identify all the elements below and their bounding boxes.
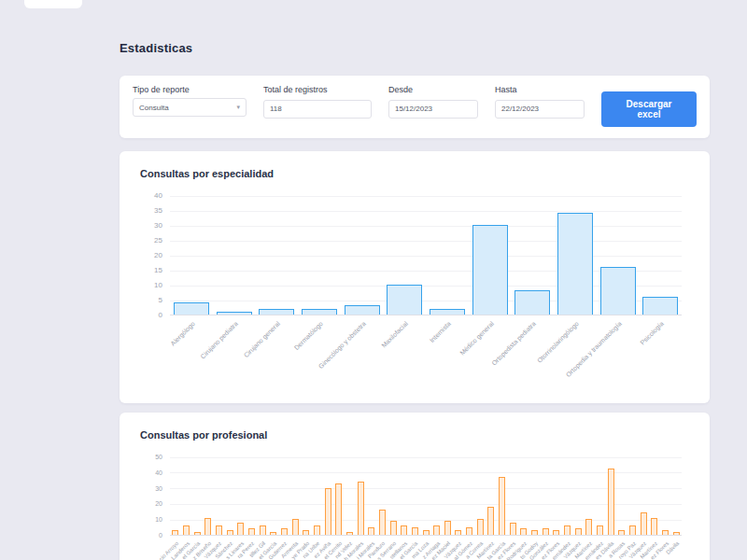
bar <box>531 530 538 535</box>
bar <box>260 525 266 535</box>
y-axis-tick-label: 15 <box>138 267 162 274</box>
bar <box>564 525 571 535</box>
especialidad-plot-area <box>170 196 682 315</box>
bar <box>673 532 680 535</box>
bar <box>455 530 461 535</box>
bar <box>412 527 418 535</box>
especialidad-bar-chart: 0510152025303540 AlergólogoCirujano pedi… <box>138 196 691 394</box>
profesional-plot-area <box>170 457 682 536</box>
bar <box>237 523 244 535</box>
profesional-bar-chart: 01020304050 cio ArroyoLanderosel Garcíaz… <box>138 457 691 560</box>
report-filters-card: Tipo de reporte Consulta ▾ Total de regi… <box>120 76 710 138</box>
bar <box>423 530 430 535</box>
consultas-por-especialidad-card: Consultas por especialidad 0510152025303… <box>120 151 710 403</box>
bar <box>543 528 549 535</box>
hasta-date-input[interactable] <box>495 100 585 119</box>
bar <box>227 530 233 535</box>
bar <box>379 510 386 535</box>
gridline <box>170 226 682 227</box>
bar <box>520 528 527 535</box>
bar <box>433 525 440 535</box>
bar <box>335 483 342 535</box>
bar <box>303 530 309 535</box>
chart-profesional-title: Consultas por profesional <box>140 429 691 441</box>
bar <box>487 507 494 535</box>
bar <box>472 225 508 315</box>
page-title: Estadisticas <box>120 41 710 55</box>
bar <box>248 528 255 535</box>
total-registros-label: Total de registros <box>263 85 372 94</box>
bar <box>514 290 550 315</box>
y-axis-tick-label: 50 <box>138 454 162 461</box>
bar <box>174 302 209 315</box>
bar <box>575 528 582 535</box>
bar <box>585 519 592 535</box>
bar <box>358 482 364 535</box>
bar <box>204 518 211 535</box>
bar <box>390 521 397 535</box>
bar <box>444 521 451 535</box>
tipo-de-reporte-label: Tipo de reporte <box>133 85 247 94</box>
y-axis-tick-label: 40 <box>138 192 162 200</box>
bar <box>618 530 625 535</box>
bar <box>387 285 422 315</box>
y-axis-tick-label: 5 <box>138 297 162 304</box>
y-axis-tick-label: 20 <box>138 500 162 508</box>
bar <box>510 523 516 535</box>
gridline <box>170 196 682 197</box>
bar <box>629 525 636 535</box>
desde-field: Desde <box>388 85 478 119</box>
gridline <box>170 488 682 489</box>
total-registros-field: Total de registros <box>263 85 372 119</box>
bar <box>292 519 299 535</box>
bar <box>641 512 647 535</box>
y-axis-tick-label: 30 <box>138 222 162 230</box>
bar <box>557 213 593 315</box>
tipo-de-reporte-field: Tipo de reporte Consulta ▾ <box>133 85 247 117</box>
y-axis-tick-label: 35 <box>138 207 162 215</box>
bar <box>600 267 636 315</box>
consultas-por-profesional-card: Consultas por profesional 01020304050 ci… <box>120 413 710 560</box>
y-axis-tick-label: 40 <box>138 469 162 477</box>
hasta-label: Hasta <box>495 85 585 94</box>
tipo-de-reporte-select[interactable]: Consulta ▾ <box>133 98 247 117</box>
gridline <box>170 211 682 212</box>
gridline <box>170 520 682 521</box>
gridline <box>170 457 682 458</box>
bar <box>270 532 276 535</box>
bar <box>662 530 669 535</box>
bar <box>302 309 337 315</box>
bar <box>597 525 603 535</box>
y-axis-tick-label: 30 <box>138 485 162 493</box>
bar <box>651 518 657 535</box>
bar <box>466 527 472 535</box>
bar <box>608 469 614 535</box>
bar <box>259 309 294 315</box>
y-axis-tick-label: 10 <box>138 282 162 289</box>
hasta-field: Hasta <box>495 85 585 119</box>
bar <box>553 530 559 535</box>
top-left-artifact <box>24 0 82 8</box>
y-axis-tick-label: 20 <box>138 252 162 259</box>
bar <box>499 477 505 535</box>
main-content: Estadisticas Tipo de reporte Consulta ▾ … <box>120 41 710 560</box>
gridline <box>170 256 682 257</box>
bar <box>325 488 331 535</box>
total-registros-input[interactable] <box>263 100 372 119</box>
bar <box>281 528 288 535</box>
bar <box>216 525 222 535</box>
y-axis-tick-label: 0 <box>138 532 162 539</box>
bar <box>345 305 380 315</box>
bar <box>183 525 190 535</box>
desde-label: Desde <box>388 85 478 94</box>
bar <box>346 532 353 535</box>
chevron-down-icon: ▾ <box>236 104 240 111</box>
tipo-de-reporte-value: Consulta <box>139 104 169 112</box>
bar <box>172 530 178 535</box>
descargar-excel-button[interactable]: Descargar excel <box>601 91 697 127</box>
bar <box>401 525 407 535</box>
chart-especialidad-title: Consultas por especialidad <box>140 168 691 179</box>
desde-date-input[interactable] <box>388 100 478 119</box>
bar <box>477 519 484 535</box>
gridline <box>170 504 682 505</box>
